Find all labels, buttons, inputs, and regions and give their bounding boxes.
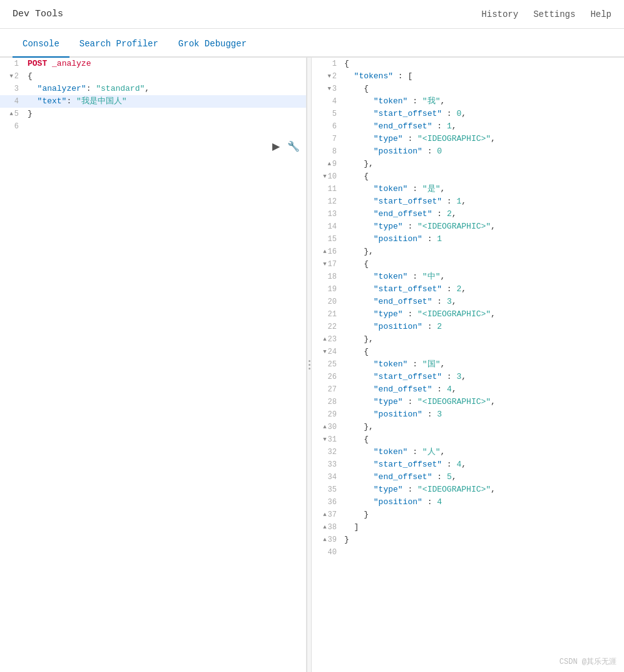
out-content-2: "tokens" : [ [342, 70, 624, 83]
out-content-38: ] [342, 521, 624, 534]
panel-divider[interactable] [307, 58, 312, 672]
out-content-26: "start_offset" : 3, [342, 371, 624, 383]
out-content-10: { [342, 170, 624, 183]
divider-dot-3 [309, 368, 310, 370]
out-num-25: 25 [312, 358, 342, 371]
line-content-3[interactable]: "analyzer": "standard", [25, 83, 306, 95]
editor-line-6: 6 [0, 120, 306, 133]
output-line-4: 4 "token" : "我", [312, 95, 624, 108]
out-num-27: 27 [312, 383, 342, 396]
tab-console[interactable]: Console [13, 31, 69, 58]
output-line-38: ▲38 ] [312, 521, 624, 534]
tab-search-profiler[interactable]: Search Profiler [69, 31, 168, 58]
output-line-24: ▼24 { [312, 346, 624, 358]
fold-arrow-2[interactable]: ▼ [9, 70, 13, 83]
tab-bar: Console Search Profiler Grok Debugger [0, 29, 624, 58]
editor-panel: 1 POST _analyze ▼2 { 3 "analyzer": "stan… [0, 58, 307, 672]
out-num-24: ▼24 [312, 346, 342, 358]
out-fold-24[interactable]: ▼ [323, 346, 326, 358]
output-line-18: 18 "token" : "中", [312, 271, 624, 283]
out-num-7: 7 [312, 133, 342, 145]
out-content-21: "type" : "<IDEOGRAPHIC>", [342, 308, 624, 321]
output-editor[interactable]: 1 { ▼2 "tokens" : [ ▼3 { 4 "token" : "我"… [312, 58, 624, 672]
fold-arrow-5[interactable]: ▲ [9, 108, 13, 120]
out-content-12: "start_offset" : 1, [342, 195, 624, 208]
out-num-26: 26 [312, 371, 342, 383]
top-bar: Dev Tools History Settings Help [0, 0, 624, 29]
out-fold-17[interactable]: ▼ [323, 258, 326, 271]
output-line-22: 22 "position" : 2 [312, 321, 624, 333]
out-fold-39[interactable]: ▲ [323, 534, 326, 546]
output-panel: 1 { ▼2 "tokens" : [ ▼3 { 4 "token" : "我"… [312, 58, 624, 672]
out-content-7: "type" : "<IDEOGRAPHIC>", [342, 133, 624, 145]
out-content-24: { [342, 346, 624, 358]
settings-button[interactable]: 🔧 [286, 139, 301, 153]
out-content-14: "type" : "<IDEOGRAPHIC>", [342, 220, 624, 233]
help-nav[interactable]: Help [590, 9, 611, 19]
out-num-23: ▲23 [312, 333, 342, 346]
output-line-10: ▼10 { [312, 170, 624, 183]
out-fold-9[interactable]: ▲ [327, 158, 330, 170]
output-line-9: ▲9 }, [312, 158, 624, 170]
out-num-6: 6 [312, 120, 342, 133]
output-line-1: 1 { [312, 58, 624, 70]
out-content-19: "start_offset" : 2, [342, 283, 624, 296]
out-fold-3[interactable]: ▼ [327, 83, 330, 95]
out-content-15: "position" : 1 [342, 233, 624, 246]
out-content-39: } [342, 534, 624, 546]
history-nav[interactable]: History [481, 9, 518, 19]
out-content-34: "end_offset" : 5, [342, 471, 624, 483]
output-line-17: ▼17 { [312, 258, 624, 271]
editor-line-1: 1 POST _analyze [0, 58, 306, 70]
out-fold-16[interactable]: ▲ [323, 246, 326, 258]
output-line-36: 36 "position" : 4 [312, 496, 624, 509]
line-num-6: 6 [0, 120, 25, 133]
out-fold-10[interactable]: ▼ [323, 170, 326, 183]
out-content-4: "token" : "我", [342, 95, 624, 108]
out-num-38: ▲38 [312, 521, 342, 534]
line-num-5: ▲5 [0, 108, 25, 120]
output-line-28: 28 "type" : "<IDEOGRAPHIC>", [312, 396, 624, 408]
out-num-39: ▲39 [312, 534, 342, 546]
out-fold-31[interactable]: ▼ [323, 433, 326, 446]
output-line-25: 25 "token" : "国", [312, 358, 624, 371]
out-num-5: 5 [312, 108, 342, 120]
code-editor[interactable]: 1 POST _analyze ▼2 { 3 "analyzer": "stan… [0, 58, 306, 672]
out-fold-38[interactable]: ▲ [323, 521, 326, 534]
out-fold-37[interactable]: ▲ [323, 509, 326, 521]
output-line-34: 34 "end_offset" : 5, [312, 471, 624, 483]
out-fold-23[interactable]: ▲ [323, 333, 326, 346]
line-num-1: 1 [0, 58, 25, 70]
out-num-35: 35 [312, 483, 342, 496]
output-line-21: 21 "type" : "<IDEOGRAPHIC>", [312, 308, 624, 321]
top-nav: History Settings Help [481, 9, 611, 19]
out-content-30: }, [342, 421, 624, 433]
line-num-4: 4 [0, 95, 25, 108]
line-content-5[interactable]: } [25, 108, 306, 120]
out-fold-2[interactable]: ▼ [327, 70, 330, 83]
out-fold-30[interactable]: ▲ [323, 421, 326, 433]
output-line-12: 12 "start_offset" : 1, [312, 195, 624, 208]
main-content: 1 POST _analyze ▼2 { 3 "analyzer": "stan… [0, 58, 624, 672]
output-line-39: ▲39 } [312, 534, 624, 546]
output-line-37: ▲37 } [312, 509, 624, 521]
out-content-37: } [342, 509, 624, 521]
line-content-4[interactable]: "text": "我是中国人" [25, 95, 306, 108]
out-content-40 [342, 546, 624, 559]
output-line-20: 20 "end_offset" : 3, [312, 296, 624, 308]
output-line-19: 19 "start_offset" : 2, [312, 283, 624, 296]
line-num-3: 3 [0, 83, 25, 95]
out-num-29: 29 [312, 408, 342, 421]
line-content-1[interactable]: POST _analyze [25, 58, 306, 70]
out-content-18: "token" : "中", [342, 271, 624, 283]
run-button[interactable]: ▶ [271, 139, 281, 153]
app-title: Dev Tools [13, 9, 63, 19]
settings-nav[interactable]: Settings [533, 9, 575, 19]
tab-grok-debugger[interactable]: Grok Debugger [168, 31, 257, 58]
out-num-20: 20 [312, 296, 342, 308]
line-num-2: ▼2 [0, 70, 25, 83]
out-num-28: 28 [312, 396, 342, 408]
line-content-2[interactable]: { [25, 70, 306, 83]
out-num-4: 4 [312, 95, 342, 108]
out-content-1: { [342, 58, 624, 70]
